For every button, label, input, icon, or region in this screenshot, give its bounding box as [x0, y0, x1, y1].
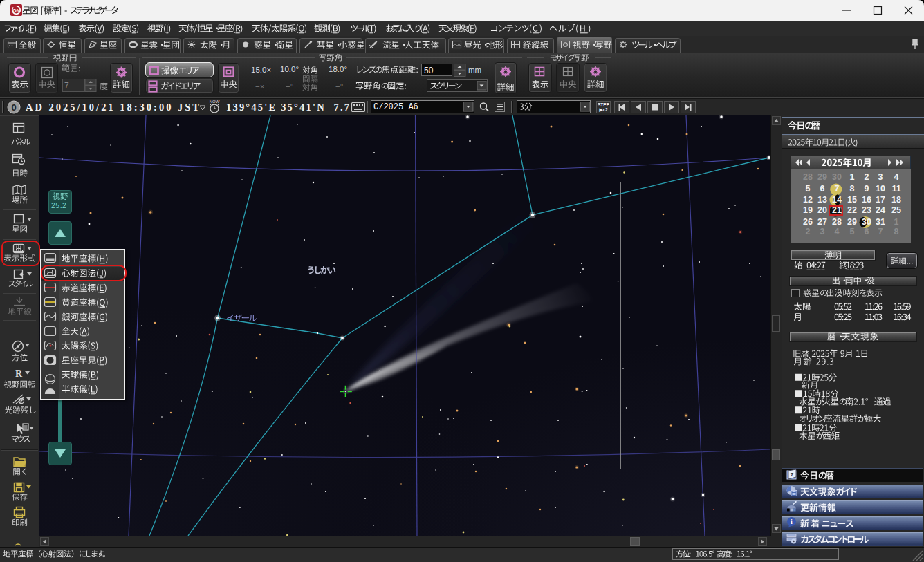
svg-text:R: R	[15, 368, 23, 379]
svg-text:NOW: NOW	[210, 100, 220, 104]
svg-text:STEP: STEP	[598, 102, 610, 107]
svg-text:ON: ON	[12, 8, 20, 13]
svg-text:0: 0	[11, 102, 16, 113]
svg-text:▶x2: ▶x2	[598, 107, 608, 113]
svg-text:i: i	[791, 518, 793, 525]
svg-text:7: 7	[791, 471, 794, 478]
